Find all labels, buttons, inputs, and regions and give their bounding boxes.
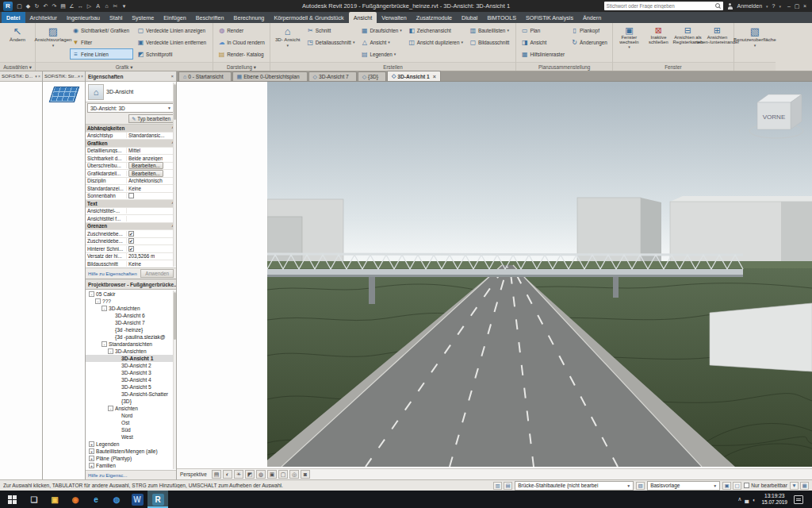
tree-expander-icon[interactable] <box>114 356 120 361</box>
tree-item[interactable]: - 05 Cakir <box>86 291 176 298</box>
tree-item[interactable]: - Standardansichten <box>86 341 176 348</box>
properties-header[interactable]: Eigenschaften × <box>86 71 176 82</box>
default-3d-view-icon[interactable]: ⌂ <box>102 3 111 9</box>
tree-item[interactable]: 3D-Ansicht 6 <box>86 312 176 319</box>
taskbar-app-slot[interactable]: e <box>86 491 106 508</box>
tree-expander-icon[interactable] <box>114 377 120 383</box>
ribbon-button[interactable]: Plan <box>519 25 567 36</box>
search-icon[interactable] <box>715 3 721 9</box>
ribbon-button[interactable]: Hilfslinienraster <box>519 48 567 60</box>
undo-icon[interactable]: ↶ <box>41 3 50 10</box>
section-icon[interactable]: ✂ <box>111 3 120 10</box>
panel-header-icons[interactable]: ▾ × <box>35 74 40 79</box>
taskbar-app-slot[interactable]: ▣ <box>44 491 65 508</box>
group-label-erstellen[interactable]: Erstellen <box>270 62 516 71</box>
property-row[interactable]: Grafiken <box>86 140 176 148</box>
view-tab[interactable]: 3D-Ansicht 1 × <box>387 71 441 81</box>
tray-expand-icon[interactable]: ∧ <box>737 496 741 502</box>
checkbox-box[interactable] <box>744 483 749 488</box>
ribbon-tab[interactable]: Dlubal <box>457 12 482 23</box>
ribbon-tab[interactable]: Ingenieurbau <box>62 12 105 23</box>
tree-expander-icon[interactable] <box>114 370 120 375</box>
volume-icon[interactable]: ◖ <box>752 497 755 502</box>
property-row[interactable]: Bildausschnitt Keine <box>86 260 176 267</box>
ribbon-button[interactable]: Plankopf <box>569 25 610 36</box>
ribbon-tab[interactable]: Beschriften <box>191 12 229 23</box>
tree-expander-icon[interactable] <box>108 313 113 318</box>
property-row[interactable]: Hinterer Schni... <box>86 245 176 253</box>
action-center-icon[interactable] <box>794 495 803 504</box>
viewport-canvas[interactable]: VORNE <box>177 82 812 468</box>
tree-expander-icon[interactable]: - <box>108 348 113 354</box>
text-icon[interactable]: A <box>94 3 102 9</box>
save-icon[interactable]: ◆ <box>24 3 33 10</box>
ribbon-tab[interactable]: Ansicht <box>349 12 377 23</box>
tree-item[interactable]: Nord <box>86 412 176 419</box>
view-tab[interactable]: Ebene 0-Übersichtsplan <box>232 71 308 81</box>
tree-expander-icon[interactable] <box>114 398 120 404</box>
open-icon[interactable]: ▢ <box>15 3 24 10</box>
sun-path-icon[interactable]: ☀ <box>234 470 243 479</box>
tree-item[interactable]: 3D-Ansicht 3 <box>86 369 176 376</box>
browser-scrollbar[interactable] <box>173 291 176 469</box>
ribbon-button[interactable]: Verdeckte Linien entfernen <box>135 37 210 48</box>
crop-view-icon[interactable]: ▣ <box>267 470 277 479</box>
active-workset-combo[interactable]: Brücke-Stahlbauteile (nicht bearbei ▼ <box>515 481 634 491</box>
property-row[interactable]: Standardanzei... Keine <box>86 185 176 193</box>
design-options-icon[interactable]: ▧ <box>636 482 645 490</box>
property-row[interactable]: Ansichtstyp Standardansic... <box>86 133 176 140</box>
tree-item[interactable]: + Pläne (Plantyp) <box>86 455 176 462</box>
group-label-grafik[interactable]: Grafik ▾ <box>36 62 213 71</box>
tree-expander-icon[interactable] <box>114 413 120 418</box>
tree-item[interactable]: {3d -heinze} <box>86 326 176 333</box>
visual-style-icon[interactable]: ◐ <box>223 470 232 479</box>
filter-icon[interactable]: ▼ <box>790 482 799 490</box>
type-selector[interactable]: ⌂ 3D-Ansicht <box>86 82 176 102</box>
tree-expander-icon[interactable]: - <box>102 341 107 347</box>
help-button[interactable]: ? <box>772 3 776 9</box>
user-interface-button[interactable]: Benutzeroberfläche ▾ <box>737 24 773 61</box>
tree-expander-icon[interactable] <box>114 434 120 440</box>
3d-view-button[interactable]: 3D- Ansicht ▾ <box>273 24 303 61</box>
building-right-2[interactable] <box>670 196 812 268</box>
properties-scrollbar[interactable] <box>173 83 176 267</box>
property-checkbox[interactable] <box>128 231 134 237</box>
ribbon-button[interactable]: Verdeckte Linien anzeigen <box>135 25 210 36</box>
close-icon[interactable]: × <box>801 3 809 10</box>
tree-expander-icon[interactable]: + <box>89 441 94 447</box>
tree-expander-icon[interactable]: + <box>89 463 94 468</box>
ribbon-button[interactable]: Legenden▾ <box>358 48 404 60</box>
apply-button[interactable]: Anwenden <box>140 269 174 278</box>
ribbon-button[interactable]: Ansicht <box>519 37 567 48</box>
sofistik-panel-1-header[interactable]: SOFiSTiK: D... ▾ × <box>0 71 42 82</box>
tree-item[interactable]: 3D-Ansicht 1 <box>86 355 176 362</box>
property-row[interactable]: Sichtbarkeit d... Beide anzeigen <box>86 155 176 163</box>
property-row[interactable]: Sonnenbahn <box>86 193 176 201</box>
ribbon-button[interactable]: Draufsichten▾ <box>358 25 404 36</box>
tree-item[interactable]: Süd <box>86 426 176 433</box>
building-left[interactable] <box>267 199 343 266</box>
sign-in-caret-icon[interactable]: ▾ <box>766 4 768 9</box>
search-box[interactable] <box>604 2 723 10</box>
3d-scene[interactable]: VORNE <box>267 82 812 467</box>
tree-expander-icon[interactable] <box>114 391 120 397</box>
taskbar-app-slot[interactable]: ❏ <box>24 491 44 508</box>
group-label-fenster[interactable]: Fenster <box>613 62 733 71</box>
render-dialog-icon[interactable]: ◍ <box>256 470 266 479</box>
tree-item[interactable]: 3D-Ansicht 4 <box>86 376 176 383</box>
network-icon[interactable]: ▄ <box>745 497 749 502</box>
press-drag-icon[interactable]: ▢ <box>733 482 741 490</box>
building-foreground-right[interactable] <box>710 303 812 371</box>
taskbar-app-slot[interactable]: ◉ <box>65 491 86 508</box>
group-label-darstellung[interactable]: Darstellung ▾ <box>213 62 270 71</box>
design-option-combo[interactable]: Basisvorlage ▼ <box>647 481 720 491</box>
tree-item[interactable]: West <box>86 433 176 441</box>
property-row[interactable]: Abhängigkeiten <box>86 125 176 133</box>
panel-header-icons[interactable]: ▾ × <box>78 74 83 79</box>
ribbon-tab[interactable]: Datei <box>2 12 25 23</box>
project-browser-header[interactable]: Projektbrowser - Fußgängerbrücke... × <box>86 279 176 290</box>
ribbon-button[interactable]: Render <box>216 25 267 36</box>
ribbon-tab[interactable]: SOFiSTiK Analysis <box>521 12 578 23</box>
tree-expander-icon[interactable] <box>108 334 113 340</box>
ribbon-button[interactable]: Ansicht▾ <box>358 37 404 48</box>
